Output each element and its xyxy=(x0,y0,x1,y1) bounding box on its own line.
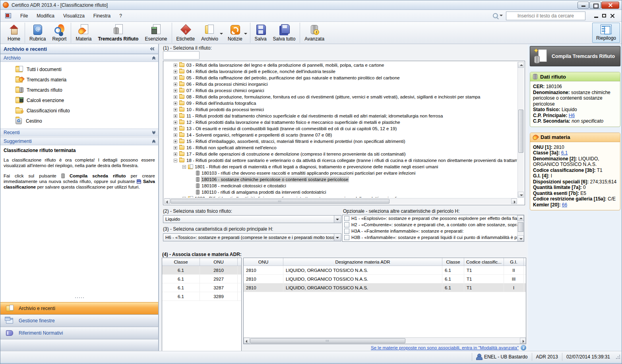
tree-item[interactable]: 180106 - sostanze chimiche pericolose o … xyxy=(164,176,517,183)
hazard-checkbox[interactable] xyxy=(344,222,349,227)
tree-expander-icon[interactable] xyxy=(174,108,177,112)
column-header[interactable]: Classe xyxy=(442,258,464,266)
menu-item[interactable]: File xyxy=(16,12,32,20)
tree-expander-icon[interactable] xyxy=(174,89,177,92)
tree-item[interactable]: 1801 - Rifiuti dei reparti di maternità … xyxy=(164,164,517,170)
tree-expander-icon[interactable] xyxy=(174,127,177,131)
sidebar-item[interactable]: Tremcards rifiuto xyxy=(0,85,158,95)
toolbar-button[interactable]: Etichette xyxy=(172,23,198,43)
hazard-scrollbar[interactable] xyxy=(517,215,524,241)
tree-expander-icon[interactable] xyxy=(174,140,177,143)
table-row[interactable]: 6.1 3289 xyxy=(162,292,241,301)
search-input[interactable] xyxy=(506,12,585,20)
sidebar-item[interactable]: Tremcards materia xyxy=(0,75,158,85)
tree-item[interactable]: 180103 - rifiuti che devono essere racco… xyxy=(164,170,517,176)
tree-expander-icon[interactable] xyxy=(174,83,177,86)
column-header[interactable]: G.I. xyxy=(504,258,524,266)
toolbar-button[interactable]: Notizie xyxy=(225,23,249,43)
tree-item[interactable]: 11 - Rifiuti prodotti dal trattamento ch… xyxy=(164,113,517,119)
tree-item[interactable]: 12 - Rifiuti prodotti dalla lavorazione … xyxy=(164,119,517,125)
mdi-close-icon[interactable] xyxy=(610,13,614,18)
info-icon[interactable]: i xyxy=(521,345,526,351)
tree-expander-icon[interactable] xyxy=(174,70,177,73)
table-row[interactable]: 6.1 2810 xyxy=(162,266,241,275)
scrollbar-thumb[interactable] xyxy=(250,338,405,343)
sidebar-item[interactable]: Cestino xyxy=(0,116,158,126)
menu-item[interactable]: Finestra xyxy=(89,12,115,20)
tree-expander-icon[interactable] xyxy=(174,152,177,156)
close-button[interactable] xyxy=(601,2,619,9)
tree-item[interactable]: 04 - Rifiuti della lavorazione di pelli … xyxy=(164,68,517,75)
scroll-down-icon[interactable] xyxy=(518,192,524,198)
tree-item[interactable]: 13 - Oli esauriti e residui di combustib… xyxy=(164,125,517,132)
tree-item[interactable]: 03 - Rifiuti della lavorazione del legno… xyxy=(164,62,517,68)
toolbar-button[interactable]: Archivio xyxy=(198,23,225,43)
hazard-option[interactable]: H3B - «Infiammabile»: sostanze e prepara… xyxy=(343,234,524,241)
section-header-archivio[interactable]: Archivio xyxy=(0,54,158,62)
hazard-checkbox[interactable] xyxy=(344,216,349,221)
tree-expander-icon[interactable] xyxy=(182,197,186,198)
column-header[interactable]: Classe xyxy=(162,258,200,266)
tree-item[interactable]: 180108 - medicinali citotossici e citost… xyxy=(164,183,517,189)
scroll-left-icon[interactable] xyxy=(244,338,250,344)
tree-item[interactable]: 06 - Rifiuti da processi chimici inorgan… xyxy=(164,81,517,87)
tree-expander-icon[interactable] xyxy=(174,121,177,124)
tree-item[interactable]: 15 - Rifiuti d'imballaggio, assorbenti, … xyxy=(164,138,517,144)
sidebar-item[interactable]: Calcoli esenzione xyxy=(0,95,158,106)
toolbar-button[interactable]: Tremcards Rifiuto xyxy=(95,23,141,43)
toolbar-button[interactable]: Home xyxy=(4,23,23,43)
hazard-option[interactable]: H1 - «Esplosivo»: sostanze e preparati c… xyxy=(343,215,524,221)
tree-item[interactable]: 16 - Rifiuti non speficati altrimenti ne… xyxy=(164,144,517,151)
scrollbar-thumb[interactable] xyxy=(518,222,523,232)
tree-item[interactable]: 09 - Rifiuti dell'industria fotografica xyxy=(164,100,517,106)
tree-expander-icon[interactable] xyxy=(174,64,177,67)
section-header-recenti[interactable]: Recenti xyxy=(0,129,158,137)
tree-expander-icon[interactable] xyxy=(174,114,177,118)
scroll-up-icon[interactable] xyxy=(517,215,524,221)
sidebar-item[interactable]: Classificazioni rifiuto xyxy=(0,106,158,116)
menu-item[interactable]: Modifica xyxy=(32,12,59,20)
hazard-checkbox[interactable] xyxy=(344,229,349,234)
sidebar-splitter[interactable] xyxy=(0,296,158,299)
toolbar-button[interactable]: Rubrica xyxy=(25,23,49,43)
riepilogo-button[interactable]: Riepilogo xyxy=(592,23,620,43)
resize-grip[interactable] xyxy=(616,354,620,359)
tree-item[interactable]: 14 - Solventi organici, refrigeranti e p… xyxy=(164,132,517,138)
column-header[interactable]: Codice classific... xyxy=(464,258,504,266)
toolbar-button[interactable]: Avanzata xyxy=(300,23,327,43)
tree-vertical-scrollbar[interactable] xyxy=(517,62,524,198)
compila-tremcards-button[interactable]: ✦ Compila Tremcards Rifiuto xyxy=(530,46,620,66)
pericolo-principale-select[interactable]: H6 - «Tossico»: sostanze e preparati (co… xyxy=(163,233,341,241)
section-header-suggerimenti[interactable]: Suggerimenti xyxy=(0,137,158,145)
menu-item[interactable]: Visualizza xyxy=(59,12,89,20)
tree-expander-icon[interactable] xyxy=(174,102,177,105)
tree-item[interactable]: 17 - Rifiuti delle operazioni di costruz… xyxy=(164,151,517,157)
tree-item[interactable]: 18 - Rifiuti prodotti dal settore sanita… xyxy=(164,157,517,164)
hazard-option[interactable]: H3A - «Facilmente infiammabile»: sostanz… xyxy=(343,228,524,234)
table-row[interactable]: 2810 LIQUIDO, ORGANICO TOSSICO N.A.S. 6.… xyxy=(244,283,526,292)
tree-item[interactable]: 07 - Rifiuti da processi chimici organic… xyxy=(164,87,517,94)
menu-item[interactable]: ? xyxy=(115,12,126,20)
hazard-checkbox[interactable] xyxy=(344,235,349,240)
scroll-right-icon[interactable] xyxy=(511,198,517,204)
mdi-restore-icon[interactable] xyxy=(602,14,606,17)
table-row[interactable]: 6.1 2927 xyxy=(162,275,241,283)
scrollbar-thumb[interactable] xyxy=(171,199,389,204)
restore-button[interactable] xyxy=(589,2,601,9)
mdi-minimize-icon[interactable] xyxy=(594,17,598,18)
column-header[interactable]: Designazione materia ADR xyxy=(283,258,442,266)
scroll-down-icon[interactable] xyxy=(517,235,524,241)
tree-expander-icon[interactable] xyxy=(182,165,186,169)
toolbar-button[interactable]: Salva tutto xyxy=(270,23,299,43)
column-header[interactable] xyxy=(524,258,526,266)
tree-item[interactable]: 1802 - Rifiuti legati alle attività di r… xyxy=(164,195,517,198)
tree-item[interactable]: 180110 - rifiuti di amalgama prodotti da… xyxy=(164,189,517,195)
tree-horizontal-scrollbar[interactable] xyxy=(164,198,517,204)
sidebar-item[interactable]: Tutti i documenti xyxy=(0,64,158,75)
table-row[interactable]: 6.1 3287 xyxy=(162,283,241,292)
scrollbar-thumb[interactable] xyxy=(518,110,523,153)
table-horizontal-scrollbar[interactable] xyxy=(244,337,526,344)
table-row[interactable]: 2810 LIQUIDO, ORGANICO TOSSICO N.A.S. 6.… xyxy=(244,266,526,275)
toolbar-button[interactable]: Esenzione xyxy=(141,23,170,43)
column-header[interactable]: ONU xyxy=(200,258,238,266)
